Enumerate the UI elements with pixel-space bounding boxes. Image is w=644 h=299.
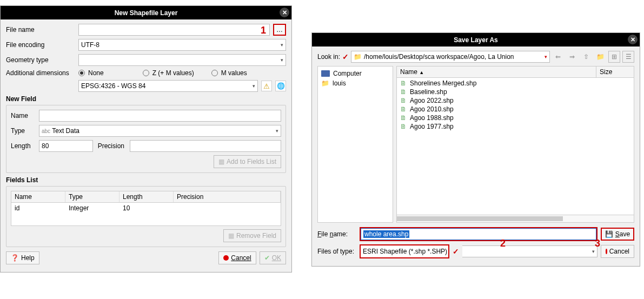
file-row[interactable]: 🗎Agoo 1988.shp: [399, 114, 632, 122]
place-home[interactable]: 📁louis: [320, 78, 390, 88]
cancel-button[interactable]: Cancel: [218, 251, 256, 264]
files-of-type-combo[interactable]: ESRI Shapefile (*.shp *.SHP): [361, 245, 448, 257]
path-combo[interactable]: 📁 /home/louis/Desktop/sca workspace/Agoo…: [351, 51, 550, 63]
file-name: Shorelines Merged.shp: [410, 79, 476, 87]
annotation-3: 3: [595, 238, 600, 249]
nf-type-label: Type: [11, 127, 36, 135]
col-file-size[interactable]: Size: [596, 67, 634, 77]
remove-field-button[interactable]: ▦Remove Field: [223, 229, 281, 242]
forward-icon[interactable]: ⇒: [566, 51, 578, 63]
chevron-down-icon: ▾: [592, 249, 595, 254]
col-name[interactable]: Name: [11, 191, 65, 202]
chevron-down-icon: ▾: [545, 54, 547, 59]
cancel-icon: [606, 249, 607, 254]
add-to-fields-label: Add to Fields List: [227, 158, 276, 165]
fields-list-section: Name Type Length Precision idInteger10 ▦…: [6, 186, 286, 247]
save-button[interactable]: 💾Save: [601, 228, 634, 241]
nf-precision-input[interactable]: [130, 140, 281, 152]
place-computer[interactable]: Computer: [320, 69, 390, 78]
places-panel: Computer 📁louis: [317, 66, 393, 223]
annotation-1: 1: [261, 25, 266, 36]
radio-z-label: Z (+ M values): [152, 69, 194, 77]
col-type[interactable]: Type: [65, 191, 119, 202]
file-icon: 🗎: [400, 97, 407, 104]
file-icon: 🗎: [400, 105, 407, 113]
help-label: Help: [21, 254, 35, 262]
radio-m-label: M values: [221, 69, 247, 77]
back-icon[interactable]: ⇐: [552, 51, 564, 63]
cancel-icon: [223, 255, 229, 261]
file-name: Agoo 1977.shp: [410, 123, 454, 130]
nf-precision-label: Precision: [96, 142, 127, 150]
nf-name-input[interactable]: [39, 110, 281, 122]
annotation-2: 2: [500, 238, 506, 249]
file-name: Agoo 1988.shp: [410, 114, 454, 122]
file-name-input[interactable]: [78, 24, 270, 36]
nf-length-input[interactable]: [39, 140, 93, 152]
file-encoding-value: UTF-8: [81, 41, 99, 49]
radio-z[interactable]: Z (+ M values): [143, 69, 194, 77]
radio-m[interactable]: M values: [211, 69, 247, 77]
file-icon: 🗎: [400, 114, 407, 122]
radio-icon: [143, 70, 149, 76]
fields-table: Name Type Length Precision idInteger10: [11, 191, 281, 226]
nf-type-combo[interactable]: abc Text Data ▾: [39, 125, 281, 137]
path-value: /home/louis/Desktop/sca workspace/Agoo, …: [364, 53, 542, 61]
file-name-input[interactable]: whole area.shp: [361, 228, 596, 240]
crs-combo[interactable]: EPSG:4326 - WGS 84 ▾: [78, 80, 258, 92]
place-label: Computer: [333, 70, 362, 77]
dialog-title: Save Layer As: [454, 36, 498, 44]
help-button[interactable]: ❓Help: [6, 251, 39, 264]
browse-button[interactable]: …: [273, 24, 286, 36]
file-row[interactable]: 🗎Shorelines Merged.shp: [399, 79, 632, 88]
dialog-title: New Shapefile Layer: [115, 9, 178, 17]
file-name: Agoo 2022.shp: [410, 97, 454, 104]
radio-icon: [211, 70, 218, 76]
file-row[interactable]: 🗎Agoo 2010.shp: [399, 105, 632, 114]
up-icon[interactable]: ⇧: [580, 51, 592, 63]
file-row[interactable]: 🗎Agoo 2022.shp: [399, 96, 632, 105]
chevron-down-icon: ▾: [281, 57, 283, 63]
place-label: louis: [333, 79, 346, 87]
warning-icon[interactable]: ⚠: [261, 81, 272, 91]
col-length[interactable]: Length: [119, 191, 174, 202]
ellipsis-icon: …: [276, 26, 283, 34]
check-annotation-icon: ✓: [453, 247, 459, 256]
detail-view-icon[interactable]: ☰: [622, 51, 634, 63]
new-folder-icon[interactable]: 📁: [594, 51, 606, 63]
geometry-type-label: Geometry type: [6, 56, 75, 64]
file-row[interactable]: 🗎Baseline.shp: [399, 88, 632, 96]
ok-label: OK: [272, 254, 281, 262]
files-of-type-combo-full[interactable]: ▾: [462, 245, 597, 257]
save-label: Save: [615, 230, 630, 238]
geometry-type-combo[interactable]: ▾: [78, 54, 286, 66]
file-encoding-combo[interactable]: UTF-8 ▾: [78, 39, 286, 51]
drive-icon: [321, 70, 330, 77]
look-in-label: Look in:: [317, 53, 340, 61]
folder-icon: 📁: [354, 53, 362, 61]
file-name-label: File name:: [317, 230, 356, 238]
nf-name-label: Name: [11, 112, 36, 119]
nf-length-label: Length: [11, 142, 36, 150]
list-view-icon[interactable]: ⊞: [608, 51, 620, 63]
horizontal-scrollbar[interactable]: [397, 215, 634, 222]
cancel-button[interactable]: Cancel: [601, 245, 634, 258]
radio-none[interactable]: None: [78, 69, 104, 77]
cancel-label: Cancel: [609, 248, 629, 255]
close-icon[interactable]: ✕: [280, 8, 289, 17]
save-icon: 💾: [605, 230, 613, 238]
check-icon: ✔: [264, 254, 270, 262]
close-icon[interactable]: ✕: [628, 35, 638, 44]
add-to-fields-button[interactable]: ▦Add to Fields List: [214, 155, 281, 168]
fields-list-title: Fields List: [6, 176, 286, 184]
col-precision[interactable]: Precision: [174, 191, 281, 202]
table-row[interactable]: idInteger10: [11, 203, 281, 214]
files-of-type-value: ESRI Shapefile (*.shp *.SHP): [363, 248, 447, 255]
folder-icon: 📁: [321, 79, 329, 87]
ok-button[interactable]: ✔OK: [260, 251, 286, 264]
col-file-name[interactable]: Name ▲: [397, 67, 596, 77]
check-annotation-icon: ✓: [342, 52, 349, 61]
crs-select-icon[interactable]: 🌐: [275, 81, 286, 91]
remove-field-label: Remove Field: [236, 232, 276, 240]
file-row[interactable]: 🗎Agoo 1977.shp: [399, 122, 632, 131]
